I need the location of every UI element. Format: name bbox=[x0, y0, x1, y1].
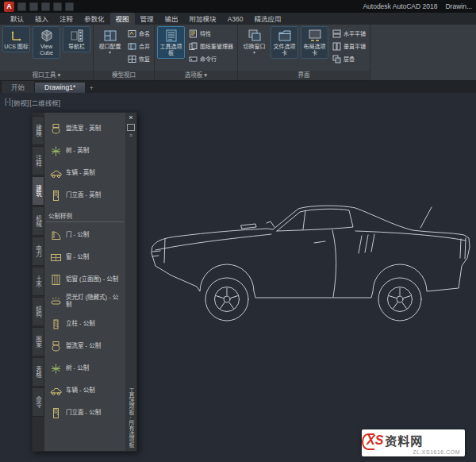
viewport-configuration-button[interactable]: 视口配置 ▾ bbox=[96, 26, 124, 58]
aluminum-window-icon bbox=[50, 274, 62, 286]
navigation-bar-button[interactable]: 导航栏 bbox=[63, 26, 90, 52]
palette-title: 工具选项板 - 所有选项板 bbox=[127, 387, 135, 448]
file-tab-bar: 开始 Drawing1* + bbox=[0, 81, 476, 93]
watermark: XS 资料网 ZL.XS1616.COM bbox=[362, 429, 465, 456]
palette-tab-architectural[interactable]: 建筑 bbox=[33, 176, 44, 206]
switch-windows-button[interactable]: 切换窗口 ▾ bbox=[240, 26, 268, 58]
save-icon[interactable] bbox=[41, 2, 50, 11]
palette-title-bar[interactable]: × ≡ 工具选项板 - 所有选项板 bbox=[125, 113, 136, 451]
sheet-set-manager-button[interactable]: 图纸集管理器 bbox=[187, 40, 235, 52]
autocad-window: A Autodesk AutoCAD 2018 Drawin... 默认 插入 … bbox=[0, 0, 476, 462]
palette-item-door-metric[interactable]: 门 - 公制 bbox=[46, 224, 124, 246]
lavatory-icon bbox=[50, 123, 62, 135]
palette-tab-mechanical[interactable]: 机械 bbox=[33, 206, 44, 236]
palette-tab-tables[interactable]: 表格 bbox=[33, 357, 44, 387]
print-icon[interactable] bbox=[53, 2, 62, 11]
palette-item-vehicle-imperial[interactable]: 车辆 - 英制 bbox=[46, 162, 124, 184]
close-icon[interactable]: × bbox=[129, 114, 132, 121]
ribbon-tab-output[interactable]: 输出 bbox=[159, 13, 184, 25]
palette-item-lavatory-imperial[interactable]: 盥洗室 - 英制 bbox=[46, 117, 124, 140]
viewcube-button[interactable]: View Cube bbox=[33, 26, 60, 59]
new-file-icon[interactable] bbox=[17, 2, 26, 11]
command-line-button[interactable]: 命令行 bbox=[187, 53, 235, 64]
palette-tab-modeling[interactable]: 建模 bbox=[33, 116, 44, 145]
auto-hide-icon[interactable] bbox=[127, 124, 135, 131]
palette-item-vehicle-metric[interactable]: 车辆 - 公制 bbox=[46, 379, 124, 402]
ribbon-tab-home[interactable]: 默认 bbox=[5, 13, 29, 25]
ucs-icon-button[interactable]: UCS 图标 bbox=[2, 26, 30, 52]
car-drawing[interactable] bbox=[148, 183, 473, 326]
ribbon-tab-addins[interactable]: 附加模块 bbox=[184, 13, 222, 25]
open-file-icon[interactable] bbox=[29, 2, 38, 11]
vehicle-icon bbox=[50, 385, 62, 397]
new-drawing-tab-button[interactable]: + bbox=[86, 84, 97, 93]
navigation-bar-icon bbox=[70, 29, 84, 43]
properties-palette-button[interactable]: 特性 bbox=[187, 28, 235, 39]
named-viewports-button[interactable]: 命名 bbox=[126, 28, 152, 39]
vehicle-icon bbox=[50, 167, 62, 179]
tile-horizontally-button[interactable]: 水平平铺 bbox=[331, 28, 367, 39]
palette-tab-command[interactable]: 命令 bbox=[33, 387, 44, 417]
command-line-icon bbox=[189, 55, 198, 64]
palette-item-door-elevation-imperial[interactable]: 门立面 - 英制 bbox=[46, 184, 124, 206]
palette-item-tree-metric[interactable]: 树 - 公制 bbox=[46, 357, 124, 379]
file-tab-start[interactable]: 开始 bbox=[2, 81, 34, 93]
panel-palettes: 工具选项板 特性 图纸集管 bbox=[155, 25, 238, 80]
palette-tab-civil[interactable]: 土木 bbox=[33, 267, 44, 296]
door-elevation-icon bbox=[50, 407, 62, 419]
layout-tabs-icon bbox=[308, 29, 322, 43]
palette-item-list: 盥洗室 - 英制 树 - 英制 车辆 - 英制 bbox=[44, 113, 125, 451]
panel-viewport-tools: UCS 图标 View Cube bbox=[0, 25, 94, 80]
sheet-set-manager-icon bbox=[189, 42, 198, 51]
panel-label-model-viewports[interactable]: 模型视口 bbox=[94, 71, 154, 80]
ribbon-tab-annotate[interactable]: 注释 bbox=[54, 13, 79, 25]
door-elevation-icon bbox=[50, 190, 62, 202]
tile-vertically-button[interactable]: 垂直平铺 bbox=[331, 40, 367, 52]
viewport-control-visual-style[interactable]: [二维线框] bbox=[29, 98, 60, 107]
undo-icon[interactable] bbox=[65, 2, 74, 11]
panel-label-viewport-tools[interactable]: 视口工具▾ bbox=[0, 71, 93, 80]
ribbon-tab-view[interactable]: 视图 bbox=[110, 13, 135, 25]
ucs-axes-icon bbox=[10, 29, 24, 43]
window-icon bbox=[50, 252, 62, 264]
tool-palettes-button[interactable]: 工具选项板 bbox=[157, 26, 185, 59]
palette-item-fluorescent-light-metric[interactable]: 荧光灯 (隐藏式) - 公制 bbox=[46, 291, 124, 313]
palette-tab-electrical[interactable]: 电力 bbox=[33, 237, 44, 266]
restore-viewports-button[interactable]: 恢复 bbox=[126, 53, 152, 64]
palette-item-column-metric[interactable]: 立柱 - 公制 bbox=[46, 313, 124, 335]
file-tabs-icon bbox=[278, 29, 292, 43]
viewport-config-icon bbox=[103, 29, 117, 43]
join-viewports-button[interactable]: 合并 bbox=[126, 40, 152, 52]
viewport-control-view[interactable]: [俯视] bbox=[12, 98, 29, 107]
palette-tab-annotation[interactable]: 注释 bbox=[33, 146, 44, 175]
model-space-canvas[interactable]: [-] [俯视] [二维线框] bbox=[0, 93, 476, 462]
app-menu-logo[interactable]: A bbox=[4, 2, 14, 12]
ribbon-tab-insert[interactable]: 插入 bbox=[29, 13, 54, 25]
palette-item-window-metric[interactable]: 窗 - 公制 bbox=[46, 246, 124, 268]
layout-tabs-toggle-button[interactable]: 布局选项卡 bbox=[301, 26, 328, 59]
panel-label-interface[interactable]: 界面 bbox=[238, 71, 370, 80]
viewport-control-minimize[interactable]: [-] bbox=[5, 98, 11, 107]
cascade-windows-button[interactable]: 层叠 bbox=[331, 53, 367, 64]
palette-properties-icon[interactable]: ≡ bbox=[129, 133, 132, 138]
door-icon bbox=[50, 229, 62, 241]
file-tab-drawing1[interactable]: Drawing1* bbox=[35, 83, 85, 93]
ribbon: UCS 图标 View Cube bbox=[0, 25, 476, 81]
file-tabs-toggle-button[interactable]: 文件选项卡 bbox=[271, 26, 298, 59]
palette-item-aluminum-window-metric[interactable]: 铝窗 (立面图) - 公制 bbox=[46, 268, 124, 291]
panel-interface: 切换窗口 ▾ 文件选项卡 布局选项卡 bbox=[238, 25, 370, 80]
palette-item-door-elevation-metric[interactable]: 门立面 - 公制 bbox=[46, 402, 124, 424]
cascade-icon bbox=[332, 55, 341, 64]
ribbon-tab-a360[interactable]: A360 bbox=[222, 14, 249, 25]
palette-tab-hatch[interactable]: 图案 bbox=[33, 327, 44, 356]
restore-viewports-icon bbox=[128, 55, 136, 64]
ribbon-tab-parametric[interactable]: 参数化 bbox=[79, 13, 110, 25]
palette-tab-structural[interactable]: 结构 bbox=[33, 297, 44, 326]
ribbon-tab-featured-apps[interactable]: 精选应用 bbox=[248, 13, 286, 25]
palette-item-tree-imperial[interactable]: 树 - 英制 bbox=[46, 140, 124, 162]
ribbon-tab-bar: 默认 插入 注释 参数化 视图 管理 输出 附加模块 A360 精选应用 bbox=[0, 13, 476, 25]
palette-item-lavatory-metric[interactable]: 盥洗室 - 公制 bbox=[46, 335, 124, 357]
ribbon-tab-manage[interactable]: 管理 bbox=[135, 13, 159, 25]
panel-label-palettes[interactable]: 选项板▾ bbox=[155, 71, 237, 80]
tool-palette-window: 建模 注释 建筑 机械 电力 土木 结构 图案 表格 命令 盥洗室 - 英制 bbox=[32, 112, 137, 452]
